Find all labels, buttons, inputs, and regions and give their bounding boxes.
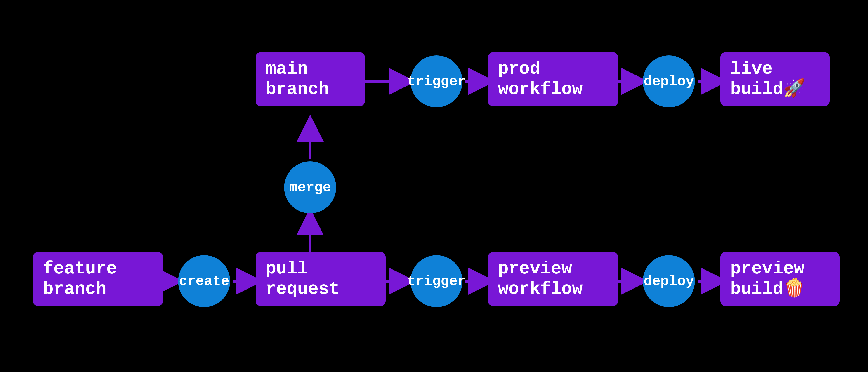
edge-deploy-top: deploy	[643, 55, 695, 107]
node-preview-build: preview build🍿	[720, 252, 839, 306]
edge-trigger-bottom: trigger	[410, 255, 463, 307]
edge-trigger-top: trigger	[410, 55, 463, 107]
node-live-build: live build🚀	[720, 52, 830, 106]
diagram-canvas: main branch prod workflow live build🚀 fe…	[0, 0, 868, 372]
node-prod-workflow: prod workflow	[488, 52, 618, 106]
node-preview-workflow: preview workflow	[488, 252, 618, 306]
node-pull-request: pull request	[256, 252, 385, 306]
node-feature-branch: feature branch	[33, 252, 163, 306]
edge-deploy-bottom: deploy	[643, 255, 695, 307]
edge-merge: merge	[284, 161, 336, 213]
edge-create: create	[178, 255, 230, 307]
node-main-branch: main branch	[256, 52, 365, 106]
